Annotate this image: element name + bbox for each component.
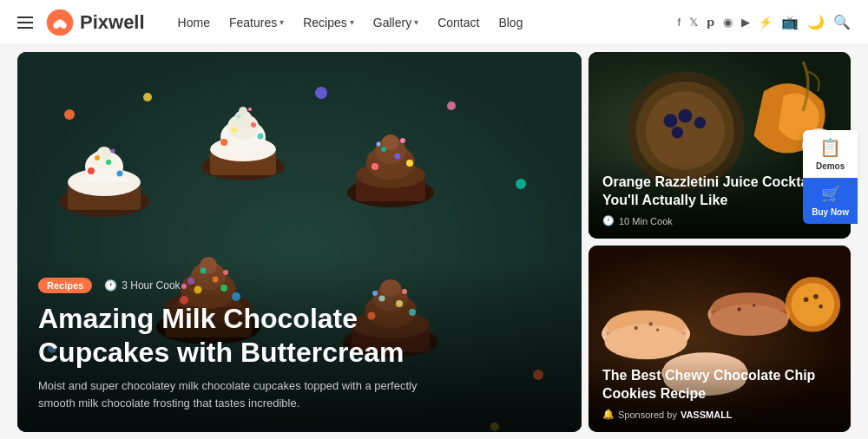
card-cocktails-title: Orange Razzletini Juice Cocktails You'll… bbox=[602, 174, 837, 210]
svg-point-111 bbox=[792, 283, 835, 326]
svg-point-15 bbox=[106, 160, 111, 165]
hero-overlay: Recipes 🕐 3 Hour Cook Amazing Milk Choco… bbox=[17, 260, 582, 432]
svg-point-17 bbox=[111, 149, 115, 154]
svg-point-41 bbox=[395, 154, 401, 160]
svg-point-13 bbox=[88, 167, 95, 174]
search-icon[interactable]: 🔍 bbox=[833, 14, 851, 30]
svg-point-105 bbox=[635, 326, 639, 331]
svg-point-26 bbox=[220, 139, 227, 146]
svg-point-29 bbox=[251, 122, 256, 128]
widget-buy-now[interactable]: 🛒 Buy Now bbox=[803, 178, 858, 224]
svg-point-40 bbox=[406, 160, 413, 167]
svg-point-87 bbox=[678, 109, 692, 123]
logo[interactable]: Pixwell bbox=[45, 8, 145, 37]
demos-icon: 📋 bbox=[819, 137, 841, 158]
svg-point-88 bbox=[694, 117, 707, 129]
card-cocktails-meta: 🕐 10 Min Cook bbox=[602, 215, 837, 226]
svg-point-28 bbox=[232, 128, 237, 133]
card-cookies[interactable]: The Best Chewy Chocolate Chip Cookies Re… bbox=[589, 246, 851, 432]
svg-point-112 bbox=[804, 297, 809, 302]
clock-icon-2: 🕐 bbox=[602, 215, 615, 226]
hero-meta: Recipes 🕐 3 Hour Cook bbox=[38, 278, 561, 293]
svg-point-109 bbox=[753, 304, 755, 306]
main-nav: Home Features▾ Recipes▾ Gallery▾ Contact… bbox=[178, 16, 523, 29]
svg-point-31 bbox=[248, 108, 252, 111]
dark-mode-icon[interactable]: 🌙 bbox=[807, 14, 825, 30]
svg-point-113 bbox=[813, 294, 819, 299]
svg-point-14 bbox=[117, 171, 123, 177]
tv-icon[interactable]: 📺 bbox=[781, 14, 799, 30]
nav-home[interactable]: Home bbox=[178, 16, 210, 29]
svg-point-39 bbox=[372, 163, 378, 170]
sponsor-name: VASSMALL bbox=[681, 410, 733, 420]
svg-point-30 bbox=[237, 115, 241, 119]
svg-point-75 bbox=[143, 93, 152, 102]
svg-point-44 bbox=[377, 142, 381, 147]
header: Pixwell Home Features▾ Recipes▾ Gallery▾… bbox=[0, 0, 868, 45]
bell-icon: 🔔 bbox=[602, 409, 615, 420]
card-cookies-sponsored: 🔔 Sponsored by VASSMALL bbox=[602, 409, 837, 420]
header-right: f 𝕏 𝗽 ◉ ▶ ⚡ 📺 🌙 🔍 bbox=[677, 14, 851, 30]
hero-description: Moist and super chocolatey milk chocolat… bbox=[38, 377, 455, 411]
clock-icon: 🕐 bbox=[104, 279, 117, 292]
widget-container: 📋 Demos 🛒 Buy Now bbox=[803, 130, 858, 224]
hamburger-menu[interactable] bbox=[17, 16, 33, 29]
svg-point-16 bbox=[95, 155, 100, 161]
header-left: Pixwell Home Features▾ Recipes▾ Gallery▾… bbox=[17, 8, 523, 37]
svg-point-42 bbox=[381, 147, 386, 152]
svg-point-100 bbox=[710, 305, 789, 336]
hero-title: Amazing Milk Chocolate Cupcakes with But… bbox=[38, 302, 490, 369]
nav-recipes[interactable]: Recipes▾ bbox=[303, 16, 354, 29]
buy-label: Buy Now bbox=[812, 207, 849, 217]
demos-label: Demos bbox=[816, 161, 845, 171]
svg-point-76 bbox=[315, 87, 327, 99]
logo-icon bbox=[45, 8, 75, 37]
svg-point-43 bbox=[400, 138, 405, 143]
card-cookies-overlay: The Best Chewy Chocolate Chip Cookies Re… bbox=[589, 355, 851, 432]
card-cocktails-time: 10 Min Cook bbox=[619, 216, 673, 226]
svg-point-114 bbox=[819, 305, 823, 309]
svg-point-1 bbox=[53, 23, 59, 29]
social-instagram[interactable]: ◉ bbox=[723, 16, 733, 29]
svg-point-107 bbox=[656, 329, 659, 331]
svg-point-74 bbox=[64, 109, 75, 120]
social-facebook[interactable]: f bbox=[677, 16, 681, 29]
nav-blog[interactable]: Blog bbox=[498, 16, 523, 29]
svg-point-85 bbox=[646, 91, 725, 170]
cart-icon: 🛒 bbox=[821, 185, 840, 204]
widget-demos[interactable]: 📋 Demos bbox=[803, 130, 858, 178]
nav-gallery[interactable]: Gallery▾ bbox=[373, 16, 418, 29]
hero-time-text: 3 Hour Cook bbox=[122, 279, 180, 292]
svg-point-77 bbox=[447, 102, 456, 110]
sponsored-label: Sponsored by bbox=[618, 410, 677, 420]
svg-point-86 bbox=[664, 114, 678, 128]
svg-point-27 bbox=[258, 134, 264, 140]
social-twitter[interactable]: 𝕏 bbox=[689, 16, 698, 29]
social-youtube[interactable]: ▶ bbox=[741, 16, 750, 29]
svg-point-2 bbox=[61, 23, 67, 29]
hero-time: 🕐 3 Hour Cook bbox=[104, 279, 180, 292]
svg-point-78 bbox=[516, 179, 526, 189]
right-column: ▶ Orange Razzletini Juice Cocktails You'… bbox=[589, 52, 851, 432]
svg-point-106 bbox=[649, 322, 654, 326]
main-content: Recipes 🕐 3 Hour Cook Amazing Milk Choco… bbox=[0, 45, 868, 439]
card-cookies-title: The Best Chewy Chocolate Chip Cookies Re… bbox=[602, 367, 837, 403]
svg-point-89 bbox=[672, 127, 684, 139]
logo-text: Pixwell bbox=[80, 11, 145, 34]
svg-point-25 bbox=[239, 107, 247, 115]
recipe-badge: Recipes bbox=[38, 278, 92, 293]
svg-rect-3 bbox=[59, 23, 61, 27]
svg-point-95 bbox=[605, 324, 687, 360]
social-lightning[interactable]: ⚡ bbox=[759, 16, 773, 29]
svg-point-108 bbox=[737, 307, 741, 311]
hero-card[interactable]: Recipes 🕐 3 Hour Cook Amazing Milk Choco… bbox=[17, 52, 582, 432]
nav-features[interactable]: Features▾ bbox=[229, 16, 284, 29]
social-pinterest[interactable]: 𝗽 bbox=[707, 16, 714, 29]
nav-contact[interactable]: Contact bbox=[437, 16, 479, 29]
